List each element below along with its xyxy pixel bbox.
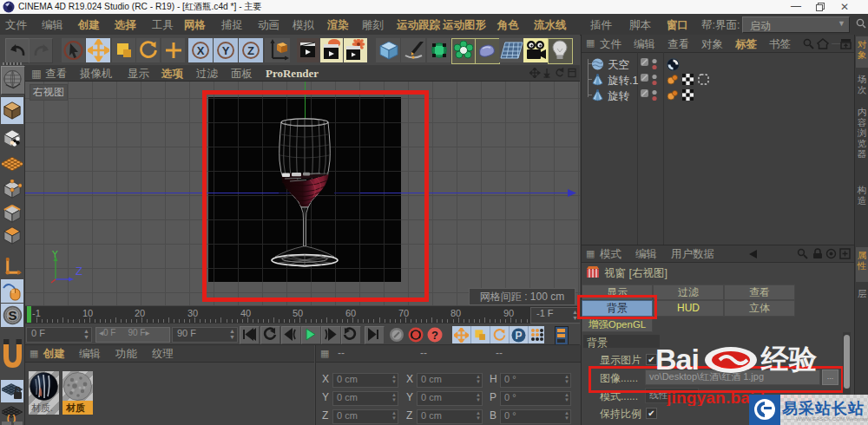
svg-text:Y: Y bbox=[51, 251, 59, 260]
svg-text:Y: Y bbox=[222, 44, 230, 57]
svg-text:S: S bbox=[8, 308, 16, 323]
svg-text:P: P bbox=[515, 330, 522, 342]
svg-text:?: ? bbox=[431, 329, 438, 342]
svg-text:Z: Z bbox=[76, 265, 82, 278]
svg-text:Z: Z bbox=[247, 44, 254, 57]
svg-text:X: X bbox=[197, 44, 205, 57]
